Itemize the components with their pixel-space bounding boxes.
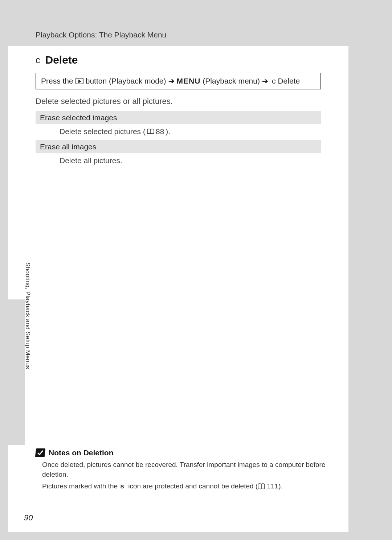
- notes-line2: Pictures marked with the s icon are prot…: [42, 481, 327, 491]
- arrow-icon: ➔: [168, 77, 175, 85]
- option-desc-erase-all: Delete all pictures.: [36, 156, 321, 169]
- notes-head: Notes on Deletion: [36, 448, 327, 457]
- breadcrumb-box: Press the button (Playback mode) ➔ MENU …: [36, 73, 321, 89]
- page-ref-icon: [258, 483, 265, 489]
- menu-glyph-icon: MENU: [177, 77, 201, 85]
- nav-delete-icon: c: [270, 77, 276, 85]
- page-ref-icon: [147, 129, 154, 134]
- notes-line1: Once deleted, pictures cannot be recover…: [42, 460, 327, 479]
- notes-title: Notes on Deletion: [49, 448, 114, 457]
- side-tab: [8, 299, 25, 445]
- side-section-label: Shooting, Playback and Setup Menus: [24, 262, 31, 382]
- header-band: Playback Options: The Playback Menu: [8, 8, 348, 46]
- desc-post: ).: [166, 127, 170, 136]
- content-area: c Delete Press the button (Playback mode…: [8, 46, 348, 169]
- line2-pre: Pictures marked with the: [42, 482, 119, 490]
- notes-block: Notes on Deletion Once deleted, pictures…: [36, 448, 327, 493]
- page-title-row: c Delete: [36, 54, 321, 66]
- playback-button-icon: [75, 78, 83, 84]
- line2-mid: icon are protected and cannot be deleted…: [126, 482, 258, 490]
- option-head-erase-all: Erase all images: [36, 140, 321, 153]
- line2-post: ).: [278, 482, 283, 490]
- section-path: Playback Options: The Playback Menu: [36, 31, 166, 39]
- page-title: Delete: [45, 54, 78, 66]
- intro-text: Delete selected pictures or all pictures…: [36, 97, 321, 106]
- nav-playback-menu: (Playback menu): [203, 77, 260, 85]
- nav-playback-mode: button (Playback mode): [86, 77, 166, 85]
- nav-press-the: Press the: [41, 77, 73, 85]
- desc-pre: Delete all pictures.: [60, 156, 122, 165]
- option-head-erase-selected: Erase selected images: [36, 111, 321, 124]
- desc-pre: Delete selected pictures (: [60, 127, 146, 136]
- line2-ref: 111: [267, 482, 278, 490]
- nav-delete-label: Delete: [278, 77, 300, 85]
- page: Playback Options: The Playback Menu c De…: [8, 8, 348, 532]
- notes-body: Once deleted, pictures cannot be recover…: [36, 460, 327, 491]
- delete-icon: c: [36, 56, 40, 65]
- protect-icon: s: [119, 482, 126, 490]
- desc-ref: 88: [156, 127, 164, 136]
- arrow-icon: ➔: [262, 77, 268, 85]
- option-desc-erase-selected: Delete selected pictures (88).: [36, 126, 321, 140]
- check-badge-icon: [35, 448, 46, 457]
- page-number: 90: [24, 513, 33, 523]
